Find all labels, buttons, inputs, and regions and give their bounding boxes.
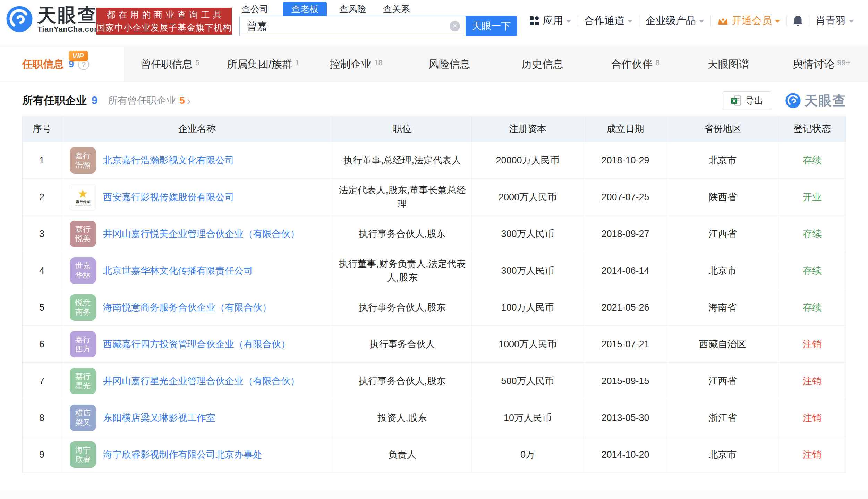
past-companies-link[interactable]: 所有曾任职企业 5 › <box>108 94 190 107</box>
search-tab-risk[interactable]: 查风险 <box>337 2 368 16</box>
chevron-right-icon: › <box>187 96 191 105</box>
row-index: 6 <box>23 326 61 362</box>
tab-controlled-companies[interactable]: 控制企业 18 <box>310 47 403 82</box>
tab-risk-info[interactable]: 风险信息 <box>403 47 496 82</box>
company-link[interactable]: 北京世嘉华林文化传播有限责任公司 <box>103 264 253 277</box>
logo-domain: TianYanCha.com <box>37 25 101 33</box>
company-logo: 嘉行 浩瀚 <box>70 147 96 174</box>
company-link[interactable]: 北京嘉行浩瀚影视文化有限公司 <box>103 154 234 167</box>
row-index: 9 <box>23 436 61 473</box>
company-logo: 嘉行 四方 <box>70 331 96 357</box>
tianyancha-logo-icon <box>6 5 33 33</box>
capital-cell: 500万人民币 <box>471 363 584 399</box>
position-cell: 执行董事,财务负责人,法定代表人,股东 <box>333 252 471 289</box>
bottom-strip <box>0 490 868 499</box>
apps-grid-icon <box>530 16 539 25</box>
table-row: 6 嘉行 四方 西藏嘉行四方投资管理合伙企业（有限合伙） 执行事务合伙人 100… <box>23 325 846 362</box>
excel-icon <box>731 95 742 106</box>
tab-public-opinion[interactable]: 舆情讨论 99+ <box>775 47 868 82</box>
col-no: 序号 <box>23 116 61 142</box>
capital-cell: 300万人民币 <box>471 252 584 289</box>
province-cell: 北京市 <box>667 252 778 289</box>
tab-graph[interactable]: 天眼图谱 <box>682 47 775 82</box>
tab-positions-label: 任职信息 <box>22 57 64 71</box>
position-cell: 执行事务合伙人,股东 <box>333 289 471 325</box>
company-link[interactable]: 井冈山嘉行星光企业管理合伙企业（有限合伙） <box>103 374 300 388</box>
tab-positions[interactable]: VIP 任职信息 9 ? <box>0 47 124 82</box>
nav-open-membership[interactable]: 开通会员 <box>711 14 786 28</box>
table-header: 序号 企业名称 职位 注册资本 成立日期 省份地区 登记状态 <box>23 116 846 142</box>
promo-banner: 都在用的商业查询工具 国家中小企业发展子基金旗下机构 <box>96 8 232 35</box>
position-cell: 投资人,股东 <box>333 399 471 436</box>
row-index: 8 <box>23 399 61 436</box>
top-nav: 应用 合作通道 企业级产品 开通会员 <box>524 14 860 28</box>
table-row: 3 嘉行 悦美 井冈山嘉行悦美企业管理合伙企业（有限合伙） 执行事务合伙人,股东… <box>23 215 846 252</box>
tab-past-positions[interactable]: 曾任职信息 5 <box>124 47 216 82</box>
table-row: 5 悦意 商务 海南悦意商务服务合伙企业（有限合伙） 执行事务合伙人,股东 10… <box>23 289 846 325</box>
nav-enterprise-products[interactable]: 企业级产品 <box>639 14 710 28</box>
capital-cell: 300万人民币 <box>471 215 584 252</box>
export-button[interactable]: 导出 <box>723 91 771 110</box>
company-link[interactable]: 西藏嘉行四方投资管理合伙企业（有限合伙） <box>103 338 290 351</box>
status-cell: 注销 <box>778 363 846 399</box>
company-link[interactable]: 井冈山嘉行悦美企业管理合伙企业（有限合伙） <box>103 227 300 240</box>
date-cell: 2014-06-14 <box>584 252 667 289</box>
table-row: 1 嘉行 浩瀚 北京嘉行浩瀚影视文化有限公司 执行董事,总经理,法定代表人 20… <box>23 142 846 178</box>
status-cell: 注销 <box>778 399 846 436</box>
capital-cell: 0万 <box>471 436 584 473</box>
company-link[interactable]: 海宁欣睿影视制作有限公司北京办事处 <box>103 448 262 461</box>
col-capital: 注册资本 <box>471 116 584 142</box>
promo-line2: 国家中小企业发展子基金旗下机构 <box>96 22 232 33</box>
company-link[interactable]: 海南悦意商务服务合伙企业（有限合伙） <box>103 301 272 314</box>
table-row: 2 ★嘉行传媒JAYWALK STUDIO 西安嘉行影视传媒股份有限公司 法定代… <box>23 178 846 215</box>
province-cell: 浙江省 <box>667 399 778 436</box>
search-input[interactable] <box>240 16 466 36</box>
past-companies-label: 所有曾任职企业 <box>108 94 176 107</box>
capital-cell: 20000万人民币 <box>471 142 584 178</box>
search-tab-relation[interactable]: 查关系 <box>381 2 412 16</box>
position-cell: 执行事务合伙人,股东 <box>333 215 471 252</box>
date-cell: 2015-09-15 <box>584 363 667 399</box>
tab-history-info[interactable]: 历史信息 <box>496 47 589 82</box>
nav-apps[interactable]: 应用 <box>524 14 578 28</box>
capital-cell: 100万人民币 <box>471 289 584 325</box>
status-cell: 注销 <box>778 436 846 473</box>
province-cell: 陕西省 <box>667 179 778 215</box>
search-tab-boss[interactable]: 查老板 <box>283 2 327 16</box>
tab-partners[interactable]: 合作伙伴 8 <box>589 47 682 82</box>
province-cell: 海南省 <box>667 289 778 325</box>
date-cell: 2014-10-20 <box>584 436 667 473</box>
notifications-button[interactable] <box>787 15 809 27</box>
col-date: 成立日期 <box>584 116 667 142</box>
nav-user[interactable]: 肖青羽 <box>809 14 860 28</box>
company-logo: 海宁 欣睿 <box>70 441 96 468</box>
company-logo: 悦意 商务 <box>70 294 96 321</box>
company-logo: ★嘉行传媒JAYWALK STUDIO <box>70 184 96 210</box>
search-tab-company[interactable]: 查公司 <box>239 2 271 16</box>
col-position: 职位 <box>333 116 471 142</box>
company-logo: 横店 梁又 <box>70 405 96 431</box>
company-logo: 世嘉 华林 <box>70 257 96 284</box>
clear-icon[interactable]: × <box>450 21 460 31</box>
logo-title: 天眼查 <box>37 5 101 25</box>
nav-apps-label: 应用 <box>543 14 563 28</box>
date-cell: 2018-10-29 <box>584 142 667 178</box>
date-cell: 2021-05-26 <box>584 289 667 325</box>
company-logo: 嘉行 星光 <box>70 368 96 394</box>
page-tabbar: VIP 任职信息 9 ? 曾任职信息 5 所属集团/族群 1 控制企业 18 风… <box>0 47 868 82</box>
province-cell: 北京市 <box>667 436 778 473</box>
site-logo[interactable]: 天眼查 TianYanCha.com <box>6 5 101 33</box>
content: 所有任职企业 9 所有曾任职企业 5 › 导出 <box>0 82 868 499</box>
nav-partner-channel[interactable]: 合作通道 <box>578 14 639 28</box>
bell-icon <box>792 15 803 27</box>
tab-group[interactable]: 所属集团/族群 1 <box>216 47 309 82</box>
section-head: 所有任职企业 9 所有曾任职企业 5 › 导出 <box>22 90 846 111</box>
table-row: 9 海宁 欣睿 海宁欣睿影视制作有限公司北京办事处 负责人 0万 2014-10… <box>23 436 846 473</box>
company-link[interactable]: 西安嘉行影视传媒股份有限公司 <box>103 191 234 204</box>
col-status: 登记状态 <box>778 116 846 142</box>
company-link[interactable]: 东阳横店梁又琳影视工作室 <box>103 411 215 424</box>
search-input-wrap: × <box>239 16 466 36</box>
position-cell: 执行事务合伙人 <box>333 326 471 362</box>
section-title: 所有任职企业 <box>22 93 87 108</box>
search-button[interactable]: 天眼一下 <box>466 16 517 36</box>
